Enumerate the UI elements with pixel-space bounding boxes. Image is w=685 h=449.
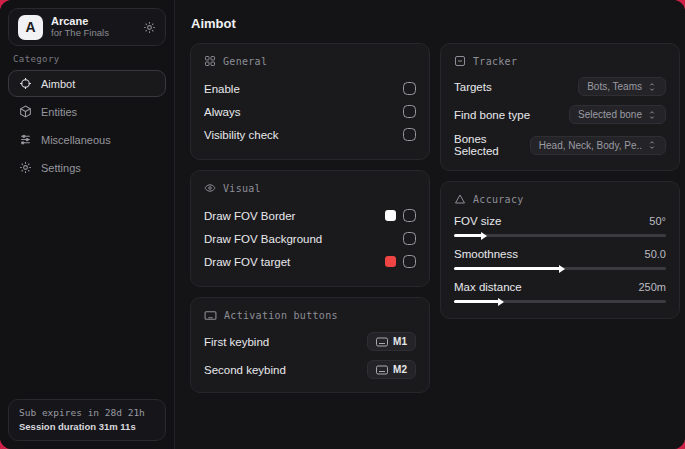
first-keybind-button[interactable]: M1: [367, 332, 416, 351]
setting-row-second-keybind: Second keybind M2: [204, 360, 416, 379]
sidebar-item-aimbot[interactable]: Aimbot: [8, 70, 166, 97]
visibility-check-checkbox[interactable]: [403, 128, 416, 141]
sidebar-item-label: Aimbot: [41, 78, 75, 90]
tracker-card: Tracker Targets Bots, Teams: [440, 43, 680, 171]
fov-size-value: 50°: [649, 215, 666, 227]
setting-row-draw-fov-target: Draw FOV target: [204, 250, 416, 273]
draw-fov-border-checkbox[interactable]: [403, 209, 416, 222]
visual-card: Visual Draw FOV Border Draw FOV Backgrou…: [190, 170, 430, 287]
setting-row-first-keybind: First keybind M1: [204, 332, 416, 351]
app-subtitle: for The Finals: [51, 28, 135, 39]
sidebar-item-label: Entities: [41, 106, 77, 118]
setting-row-targets: Targets Bots, Teams: [454, 77, 666, 96]
activation-card: Activation buttons First keybind M1: [190, 297, 430, 393]
setting-row-draw-fov-border: Draw FOV Border: [204, 204, 416, 227]
session-duration-text: Session duration 31m 11s: [19, 421, 155, 432]
app-window: A Arcane for The Finals Category Aimbot: [0, 0, 685, 449]
general-card: General Enable Always Visibility check: [190, 43, 430, 160]
smoothness-value: 50.0: [645, 248, 666, 260]
desktop-background: A Arcane for The Finals Category Aimbot: [0, 0, 685, 449]
setting-row-always: Always: [204, 100, 416, 123]
sidebar-item-miscellaneous[interactable]: Miscellaneous: [8, 126, 166, 153]
unfold-icon: [647, 110, 657, 120]
max-distance-slider[interactable]: [454, 300, 666, 303]
sliders-icon: [19, 133, 32, 146]
app-title: Arcane: [51, 15, 135, 28]
gear-icon[interactable]: [143, 21, 156, 34]
key-icon: [376, 337, 388, 347]
setting-row-draw-fov-background: Draw FOV Background: [204, 227, 416, 250]
keyboard-icon: [204, 309, 217, 322]
setting-row-enable: Enable: [204, 77, 416, 100]
unfold-icon: [647, 82, 657, 92]
crosshair-icon: [19, 77, 32, 90]
section-title-accuracy: Accuracy: [473, 194, 524, 205]
sidebar-item-label: Settings: [41, 162, 81, 174]
sidebar-item-label: Miscellaneous: [41, 134, 111, 146]
sidebar-item-settings[interactable]: Settings: [8, 154, 166, 181]
section-title-tracker: Tracker: [473, 56, 517, 67]
find-bone-type-dropdown[interactable]: Selected bone: [569, 105, 666, 124]
max-distance-value: 250m: [638, 281, 666, 293]
app-logo: A: [18, 15, 43, 40]
triangle-icon: [454, 193, 466, 205]
smoothness-slider[interactable]: [454, 267, 666, 270]
enable-checkbox[interactable]: [403, 82, 416, 95]
draw-fov-background-checkbox[interactable]: [403, 232, 416, 245]
draw-fov-target-checkbox[interactable]: [403, 255, 416, 268]
cube-icon: [19, 105, 32, 118]
slider-group-smoothness: Smoothness 50.0: [454, 248, 666, 270]
slider-group-max-distance: Max distance 250m: [454, 281, 666, 303]
key-icon: [376, 365, 388, 375]
subscription-card: Sub expires in 28d 21h Session duration …: [8, 399, 166, 441]
page-title: Aimbot: [191, 16, 674, 31]
grid-icon: [204, 55, 216, 67]
slider-group-fov-size: FOV size 50°: [454, 215, 666, 237]
sidebar: A Arcane for The Finals Category Aimbot: [0, 0, 175, 449]
accuracy-card: Accuracy FOV size 50°: [440, 181, 680, 319]
section-title-visual: Visual: [223, 183, 261, 194]
section-title-general: General: [223, 56, 267, 67]
setting-row-find-bone-type: Find bone type Selected bone: [454, 105, 666, 124]
setting-row-visibility-check: Visibility check: [204, 123, 416, 146]
fov-border-color-swatch[interactable]: [385, 210, 396, 221]
section-title-activation: Activation buttons: [224, 310, 338, 321]
fov-target-color-swatch[interactable]: [385, 256, 396, 267]
setting-row-bones-selected: Bones Selected Head, Neck, Body, Pe..: [454, 133, 666, 157]
main-content: Aimbot General Enable: [175, 0, 685, 449]
category-label: Category: [13, 54, 174, 64]
bones-selected-dropdown[interactable]: Head, Neck, Body, Pe..: [530, 136, 666, 155]
second-keybind-button[interactable]: M2: [367, 360, 416, 379]
brand-card: A Arcane for The Finals: [8, 8, 166, 46]
fov-size-slider[interactable]: [454, 234, 666, 237]
sub-expires-text: Sub expires in 28d 21h: [19, 407, 155, 418]
targets-dropdown[interactable]: Bots, Teams: [578, 77, 666, 96]
unfold-icon: [647, 140, 657, 150]
eye-icon: [204, 182, 216, 194]
square-minus-icon: [454, 55, 466, 67]
gear-icon: [19, 161, 32, 174]
always-checkbox[interactable]: [403, 105, 416, 118]
sidebar-nav: Aimbot Entities Miscellaneous: [0, 70, 174, 181]
sidebar-item-entities[interactable]: Entities: [8, 98, 166, 125]
